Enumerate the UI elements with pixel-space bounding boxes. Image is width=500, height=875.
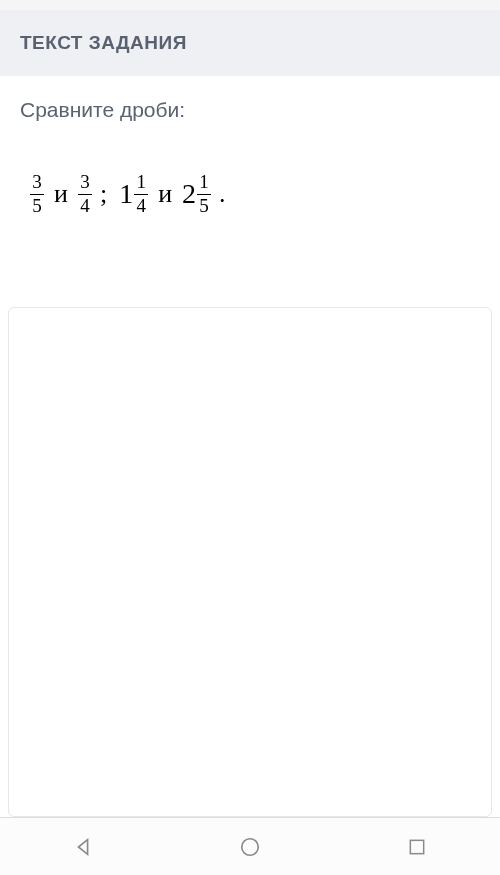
task-prompt: Сравните дроби:: [0, 76, 500, 132]
fraction-4: 1 5: [197, 172, 211, 217]
answer-input-area[interactable]: [8, 307, 492, 817]
fraction-3: 1 4: [134, 172, 148, 217]
math-expression: 3 5 и 3 4 ; 1 1 4 и 2 1 5: [0, 132, 500, 247]
circle-home-icon: [239, 836, 261, 858]
prompt-text: Сравните дроби:: [20, 98, 185, 121]
numerator: 3: [32, 172, 42, 193]
denominator: 4: [80, 196, 90, 217]
triangle-back-icon: [72, 836, 94, 858]
numerator: 3: [80, 172, 90, 193]
section-title: ТЕКСТ ЗАДАНИЯ: [20, 32, 187, 53]
conjunction: и: [54, 179, 68, 209]
svg-point-0: [242, 838, 259, 855]
mixed-number-1: 1 1 4: [119, 172, 148, 217]
whole-part: 2: [182, 178, 196, 210]
conjunction: и: [158, 179, 172, 209]
recent-button[interactable]: [377, 827, 457, 867]
home-button[interactable]: [210, 827, 290, 867]
content-area: ТЕКСТ ЗАДАНИЯ Сравните дроби: 3 5 и 3 4 …: [0, 10, 500, 817]
numerator: 1: [136, 172, 146, 193]
fraction-1: 3 5: [30, 172, 44, 217]
whole-part: 1: [119, 178, 133, 210]
section-header: ТЕКСТ ЗАДАНИЯ: [0, 10, 500, 76]
numerator: 1: [199, 172, 209, 193]
denominator: 5: [199, 196, 209, 217]
denominator: 4: [136, 196, 146, 217]
denominator: 5: [32, 196, 42, 217]
back-button[interactable]: [43, 827, 123, 867]
square-recent-icon: [407, 837, 427, 857]
terminator: .: [219, 179, 226, 209]
mixed-number-2: 2 1 5: [182, 172, 211, 217]
fraction-2: 3 4: [78, 172, 92, 217]
svg-rect-1: [410, 840, 423, 853]
android-nav-bar: [0, 817, 500, 875]
separator: ;: [100, 179, 107, 209]
